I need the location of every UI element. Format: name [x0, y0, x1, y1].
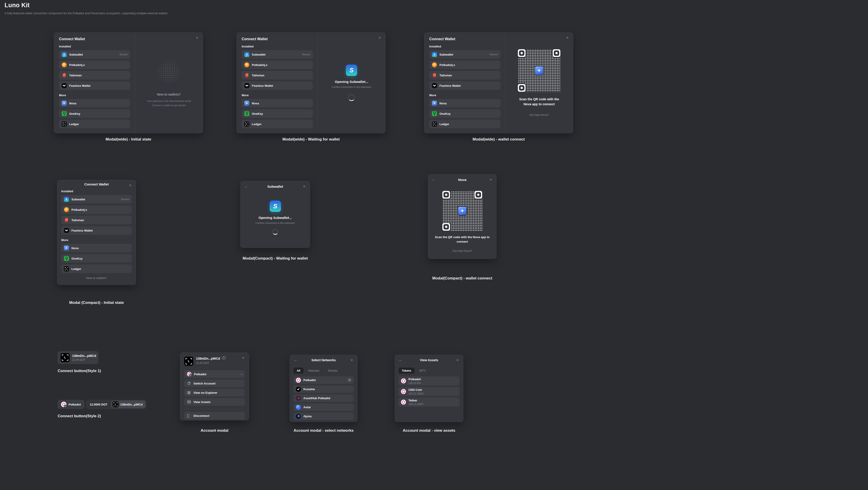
asset-item-polkadot[interactable]: Polkadot123.12 Dot: [399, 377, 460, 385]
new-to-wallets-link[interactable]: New to wallets?: [61, 273, 132, 281]
wallet-item-fearless[interactable]: Fearless Wallet: [61, 226, 132, 235]
wallet-item-fearless[interactable]: Fearless Wallet: [59, 81, 130, 90]
installed-section-label: Installed: [59, 45, 130, 48]
wallet-item-polkadotjs[interactable]: PPolkadotj.s: [242, 61, 313, 69]
wallet-item-onekey[interactable]: OneKey: [242, 109, 313, 118]
qr-panel: Scan the QR code with the Nova app to co…: [505, 33, 573, 133]
menu-item-disconnect[interactable]: Disconnect: [184, 412, 245, 420]
asset-info: USD Coin123.12 USDC: [408, 388, 424, 395]
back-arrow-icon[interactable]: ←: [293, 358, 298, 362]
back-arrow-icon[interactable]: ←: [432, 177, 436, 182]
polkadot-icon: [401, 400, 406, 404]
more-wallet-list: NovaOneKeyLLedger: [61, 244, 132, 273]
wallet-name: Fearless Wallet: [69, 84, 127, 88]
wallet-item-subwallet[interactable]: SSubwalletRecent: [59, 50, 130, 59]
wallet-item-onekey[interactable]: OneKey: [429, 109, 500, 118]
get-nova-link[interactable]: Dot have Nova?: [453, 250, 472, 253]
wallet-item-onekey[interactable]: OneKey: [59, 109, 130, 118]
qr-finder-pattern: [517, 84, 526, 92]
wallet-item-ledger[interactable]: LLedger: [59, 120, 130, 128]
network-item-assethub[interactable]: AssetHub Polkadot: [293, 394, 354, 402]
back-arrow-icon[interactable]: ←: [398, 358, 403, 362]
wallet-item-fearless[interactable]: Fearless Wallet: [242, 81, 313, 90]
tab-all[interactable]: All: [293, 367, 304, 374]
close-icon[interactable]: ×: [349, 358, 354, 362]
wallet-item-tailsman[interactable]: Tailsman: [429, 71, 500, 79]
close-icon[interactable]: ×: [455, 358, 460, 362]
network-name: Astar: [303, 405, 351, 409]
ledger-icon: L: [244, 122, 249, 127]
wallet-item-nova[interactable]: Nova: [61, 244, 132, 252]
asset-item-tether[interactable]: Tether123.12 USDT: [399, 398, 460, 406]
menu-item-switch-account[interactable]: Switch Account: [184, 380, 245, 387]
subwallet-logo-icon: S: [346, 65, 357, 76]
recent-badge: Recent: [120, 53, 127, 56]
close-icon[interactable]: ×: [565, 35, 569, 40]
qr-content: Scan the QR code with the Nova app to co…: [428, 185, 496, 259]
wallet-item-onekey[interactable]: OneKey: [61, 254, 132, 263]
get-nova-link[interactable]: Dot have Nova?: [529, 113, 549, 117]
close-icon[interactable]: ×: [377, 35, 382, 40]
asset-amount: 123.12 USDT: [408, 403, 424, 405]
ledger-icon: L: [62, 122, 67, 127]
wallet-item-fearless[interactable]: Fearless Wallet: [429, 81, 500, 90]
account-identicon: L: [184, 357, 193, 366]
more-section-label: More: [242, 94, 313, 97]
close-icon[interactable]: ×: [241, 356, 246, 360]
asset-item-usd-coin[interactable]: USD Coin123.12 USDC: [399, 387, 460, 396]
account-address: 138mDn...pWCd: [196, 357, 220, 360]
tab-testnets[interactable]: Testnets: [324, 367, 341, 374]
wallet-item-nova[interactable]: Nova: [242, 99, 313, 107]
opening-wallet-text: Opening Subwallet...: [258, 216, 292, 220]
network-item-polkadot[interactable]: Polkadot: [293, 377, 354, 384]
wallet-item-polkadotjs[interactable]: PPolkadotj.s: [59, 61, 130, 69]
network-item-ajuna[interactable]: Ajuna: [293, 413, 354, 420]
wallet-item-subwallet[interactable]: SSubwalletRecent: [242, 50, 313, 59]
modal-body: Installed SSubwalletRecentPPolkadotj.sTa…: [57, 188, 136, 285]
wallet-item-nova[interactable]: Nova: [429, 99, 500, 107]
network-item-kusama[interactable]: Kusama: [293, 385, 354, 393]
polkadot-icon: [187, 372, 191, 377]
wallet-item-nova[interactable]: Nova: [59, 99, 130, 107]
asset-name: Polkadot: [408, 378, 421, 381]
account-address: 138mDn...pWCd: [72, 354, 96, 358]
wallet-item-ledger[interactable]: LLedger: [429, 120, 500, 128]
wallet-item-tailsman[interactable]: Tailsman: [61, 216, 132, 224]
wallet-item-tailsman[interactable]: Tailsman: [59, 71, 130, 79]
connect-button-style1[interactable]: L 138mDn...pWCd 12.00 DOT: [58, 351, 98, 364]
modal-header: ← View Assets ×: [395, 355, 463, 365]
wallet-item-subwallet[interactable]: SSubwalletRecent: [429, 50, 500, 59]
account-pill-button[interactable]: 12.0000 DOT L 138mDn...pWCd: [86, 400, 146, 409]
copy-icon[interactable]: [222, 357, 224, 359]
wallet-item-subwallet[interactable]: SSubwalletRecent: [61, 195, 132, 203]
close-icon[interactable]: ×: [195, 35, 199, 40]
wallet-name: Fearless Wallet: [252, 84, 310, 88]
menu-item-polkadot[interactable]: Polkadot›: [184, 370, 245, 378]
menu-item-view-assets[interactable]: View Assets: [184, 398, 245, 406]
network-item-astar[interactable]: Astar: [293, 403, 354, 411]
installed-wallet-list: SSubwalletRecentPPolkadotj.sTailsmanFear…: [61, 195, 132, 235]
wallet-item-ledger[interactable]: LLedger: [61, 265, 132, 273]
tab-mainnets[interactable]: Mainnets: [305, 367, 323, 374]
polkadotjs-icon: P: [432, 62, 437, 67]
wallet-item-tailsman[interactable]: Tailsman: [242, 71, 313, 79]
installed-wallet-list: SSubwalletRecentPPolkadotj.sTailsmanFear…: [429, 50, 500, 90]
wallet-item-polkadotjs[interactable]: PPolkadotj.s: [61, 205, 132, 214]
tab-tokens[interactable]: Tokens: [399, 367, 414, 374]
wallet-item-ledger[interactable]: LLedger: [242, 120, 313, 128]
tab-nfts[interactable]: NFTs: [416, 367, 429, 374]
close-icon[interactable]: ×: [489, 177, 493, 182]
assethub-icon: [296, 396, 301, 401]
subwallet-icon: S: [62, 52, 67, 57]
polkadotjs-icon: P: [244, 62, 249, 67]
menu-item-view-on-explorer[interactable]: View on Explorer: [184, 389, 245, 396]
fearless-icon: [244, 83, 249, 88]
wallet-item-polkadotjs[interactable]: PPolkadotj.s: [429, 61, 500, 69]
empty-state-panel: New to wallets? Your gateway to the dece…: [135, 33, 203, 133]
back-arrow-icon[interactable]: ←: [244, 184, 248, 189]
network-selector-button[interactable]: Polkadot: [58, 400, 84, 409]
subwallet-icon: S: [432, 52, 437, 57]
close-icon[interactable]: ×: [302, 184, 307, 189]
dotted-sphere-graphic: [156, 58, 182, 85]
close-icon[interactable]: ×: [128, 183, 132, 188]
